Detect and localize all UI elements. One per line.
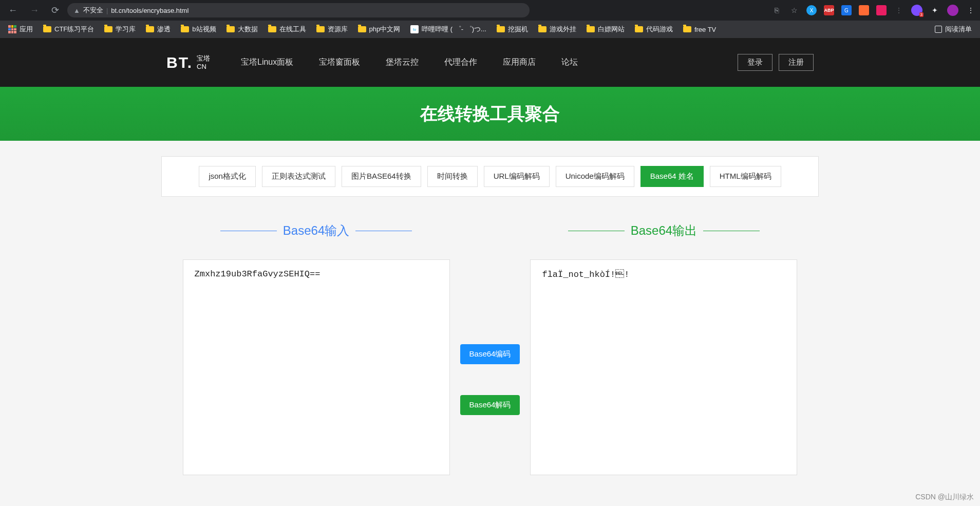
- bookmark-item[interactable]: 渗透: [142, 23, 175, 36]
- bookmark-item[interactable]: b站视频: [177, 23, 220, 36]
- tool-tab[interactable]: 正则表达式测试: [262, 166, 335, 187]
- bookmark-item[interactable]: CTF练习平台: [39, 23, 98, 36]
- folder-icon: [104, 26, 112, 32]
- bookmark-item[interactable]: 学习库: [100, 23, 140, 36]
- bookmark-label: php中文网: [369, 25, 401, 34]
- bookmark-item[interactable]: 应用: [4, 23, 37, 36]
- folder-icon: [43, 26, 51, 32]
- folder-icon: [146, 26, 154, 32]
- bookmark-label: 资源库: [328, 25, 348, 34]
- bookmark-item[interactable]: 在线工具: [264, 23, 310, 36]
- ext-x-icon[interactable]: X: [806, 5, 817, 15]
- page-banner: 在线转换工具聚合: [0, 87, 980, 141]
- nav-link[interactable]: 应用商店: [503, 57, 536, 68]
- tool-tabs-container: json格式化正则表达式测试图片BASE64转换时间转换URL编码解码Unico…: [0, 141, 980, 212]
- ext-pink-icon[interactable]: [876, 5, 887, 15]
- insecure-label: 不安全: [83, 6, 103, 15]
- converter-buttons: Base64编码 Base64解码: [450, 284, 531, 475]
- nav-link[interactable]: 堡塔云控: [386, 57, 419, 68]
- tool-tab[interactable]: 时间转换: [427, 166, 478, 187]
- menu-icon[interactable]: ⋮: [966, 5, 976, 15]
- login-button[interactable]: 登录: [738, 54, 772, 71]
- bookmark-label: 白嫖网站: [598, 25, 625, 34]
- reading-list-icon: [935, 26, 942, 33]
- bookmark-item[interactable]: php中文网: [354, 23, 405, 36]
- tool-tab[interactable]: Base64 姓名: [640, 166, 704, 187]
- ext-blue-icon[interactable]: G: [841, 5, 852, 15]
- decode-button[interactable]: Base64解码: [460, 395, 520, 415]
- bookmark-label: 挖掘机: [508, 25, 528, 34]
- page-viewport: BT. 宝塔 CN 宝塔Linux面板宝塔窗面板堡塔云控代理合作应用商店论坛 登…: [0, 38, 980, 506]
- reading-list-label: 阅读清单: [945, 25, 972, 34]
- site-header: BT. 宝塔 CN 宝塔Linux面板宝塔窗面板堡塔云控代理合作应用商店论坛 登…: [0, 38, 980, 87]
- base64-output[interactable]: [530, 259, 797, 475]
- bookmark-label: 在线工具: [279, 25, 306, 34]
- tool-tab[interactable]: URL编码解码: [484, 166, 550, 187]
- translate-icon[interactable]: ⎘: [771, 5, 782, 15]
- back-button[interactable]: ←: [4, 3, 22, 18]
- reload-button[interactable]: ⟳: [47, 3, 63, 18]
- bookmark-item[interactable]: 资源库: [312, 23, 352, 36]
- abp-icon[interactable]: ABP: [824, 5, 834, 15]
- folder-icon: [358, 26, 366, 32]
- tool-tab[interactable]: HTML编码解码: [710, 166, 781, 187]
- bookmark-label: b站视频: [192, 25, 216, 34]
- bookmark-label: 游戏外挂: [550, 25, 576, 34]
- converter-area: Base64输入 Base64编码 Base64解码 Base64输出: [0, 212, 980, 485]
- bookmark-label: 应用: [20, 25, 33, 34]
- bookmark-item[interactable]: 白嫖网站: [582, 23, 629, 36]
- bookmark-label: 学习库: [116, 25, 136, 34]
- tool-tabs: json格式化正则表达式测试图片BASE64转换时间转换URL编码解码Unico…: [161, 156, 819, 197]
- tool-tab[interactable]: Unicode编码解码: [556, 166, 634, 187]
- site-logo[interactable]: BT. 宝塔 CN: [166, 54, 210, 71]
- address-bar[interactable]: ▲ 不安全 | bt.cn/tools/encrybase.html: [67, 3, 530, 17]
- bookmark-item[interactable]: 挖掘机: [493, 23, 532, 36]
- bookmark-label: 渗透: [157, 25, 171, 34]
- url-text: bt.cn/tools/encrybase.html: [111, 7, 189, 14]
- chrome-extensions: ⎘ ☆ X ABP G ⋮ 3 ✦ ⋮: [771, 5, 976, 16]
- decorative-line: [703, 231, 760, 231]
- star-icon[interactable]: ☆: [789, 5, 799, 15]
- watermark: CSDN @山川绿水: [915, 493, 974, 502]
- folder-icon: [268, 26, 276, 32]
- nav-link[interactable]: 论坛: [561, 57, 578, 68]
- bookmarks-bar: 应用CTF练习平台学习库渗透b站视频大数据在线工具资源库php中文网tv哔哩哔哩…: [0, 21, 980, 38]
- extensions-puzzle-icon[interactable]: ✦: [930, 5, 940, 15]
- encode-button[interactable]: Base64编码: [460, 344, 520, 364]
- bookmark-item[interactable]: 大数据: [222, 23, 262, 36]
- insecure-icon: ▲: [73, 7, 80, 14]
- main-nav: 宝塔Linux面板宝塔窗面板堡塔云控代理合作应用商店论坛: [241, 57, 738, 68]
- bookmark-item[interactable]: 游戏外挂: [534, 23, 580, 36]
- ext-orange-icon[interactable]: [859, 5, 869, 15]
- reading-list-button[interactable]: 阅读清单: [931, 23, 976, 36]
- apps-icon: [8, 25, 16, 33]
- forward-button[interactable]: →: [26, 3, 43, 18]
- ext-gap-icon[interactable]: ⋮: [894, 5, 904, 15]
- folder-icon: [635, 26, 643, 32]
- base64-input[interactable]: [183, 259, 450, 475]
- folder-icon: [227, 26, 235, 32]
- folder-icon: [587, 26, 595, 32]
- folder-icon: [683, 26, 691, 32]
- folder-icon: [497, 26, 505, 32]
- bookmark-label: 代码游戏: [646, 25, 673, 34]
- bookmark-item[interactable]: 代码游戏: [631, 23, 677, 36]
- profile-avatar-icon[interactable]: [947, 5, 958, 16]
- bookmark-item[interactable]: free TV: [679, 24, 720, 35]
- bookmark-label: 哔哩哔哩 ( ゜- ゜)つ...: [422, 25, 486, 34]
- folder-icon: [316, 26, 325, 32]
- banner-title: 在线转换工具聚合: [420, 102, 560, 126]
- nav-link[interactable]: 宝塔Linux面板: [241, 57, 293, 68]
- bookmark-item[interactable]: tv哔哩哔哩 ( ゜- ゜)つ...: [406, 23, 491, 36]
- tool-tab[interactable]: 图片BASE64转换: [342, 166, 421, 187]
- nav-link[interactable]: 代理合作: [444, 57, 477, 68]
- nav-link[interactable]: 宝塔窗面板: [319, 57, 360, 68]
- logo-text: BT.: [166, 54, 193, 71]
- tool-tab[interactable]: json格式化: [199, 166, 256, 187]
- bilibili-icon: tv: [410, 25, 419, 33]
- decorative-line: [568, 231, 625, 231]
- browser-toolbar: ← → ⟳ ▲ 不安全 | bt.cn/tools/encrybase.html…: [0, 0, 980, 21]
- register-button[interactable]: 注册: [779, 54, 814, 71]
- decorative-line: [220, 231, 277, 231]
- ext-purple-icon[interactable]: 3: [911, 5, 922, 16]
